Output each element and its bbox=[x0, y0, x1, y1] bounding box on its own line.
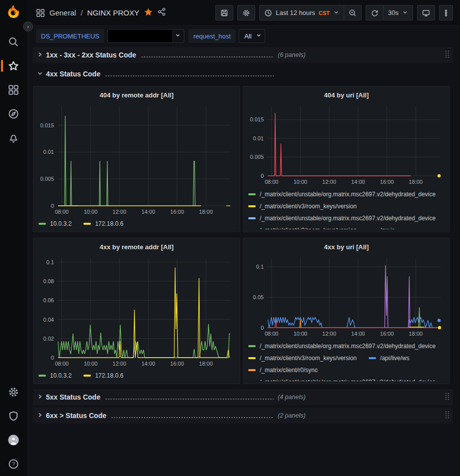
legend-item[interactable]: 172.18.0.6 bbox=[83, 372, 123, 379]
sidebar-item-profile[interactable] bbox=[0, 428, 27, 452]
legend-item[interactable]: /_matrix/client/unstable/org.matrix.msc2… bbox=[248, 343, 436, 350]
legend-item[interactable]: /api/live/ws bbox=[369, 355, 410, 362]
legend-label: 10.0.3.2 bbox=[50, 220, 71, 227]
row-title: 6xx > Status Code bbox=[46, 412, 106, 420]
legend-label: /sw.js bbox=[380, 227, 395, 229]
row-5xx[interactable]: 5xx Status Code (4 panels) bbox=[33, 389, 453, 405]
zoom-out-button[interactable] bbox=[344, 5, 362, 20]
grafana-logo-icon[interactable] bbox=[5, 4, 22, 21]
chart-legend: 10.0.3.2172.18.0.6 bbox=[38, 368, 235, 381]
redacted-value bbox=[108, 29, 172, 42]
svg-text:08:00: 08:00 bbox=[55, 361, 69, 367]
help-icon: ? bbox=[8, 459, 19, 470]
legend-item[interactable]: 10.0.3.2 bbox=[38, 372, 71, 379]
legend-label: 172.18.0.6 bbox=[95, 220, 123, 227]
variable-label[interactable]: request_host bbox=[188, 29, 236, 43]
svg-text:18:00: 18:00 bbox=[199, 361, 213, 367]
svg-text:16:00: 16:00 bbox=[380, 331, 394, 337]
svg-text:0: 0 bbox=[261, 325, 264, 331]
dotted-leader bbox=[141, 55, 274, 58]
sidebar-item-alerting[interactable] bbox=[0, 126, 27, 150]
refresh-interval-picker[interactable]: 30s bbox=[384, 5, 413, 20]
save-dashboard-button[interactable] bbox=[215, 5, 233, 20]
panel-title-bar[interactable]: 404 by uri [All] bbox=[248, 88, 445, 101]
breadcrumb-folder[interactable]: General bbox=[49, 8, 76, 17]
refresh-button[interactable] bbox=[366, 5, 384, 20]
sidebar-item-starred[interactable] bbox=[0, 54, 27, 78]
gear-icon bbox=[8, 387, 19, 398]
legend-item[interactable]: /_matrix/client/unstable/org.matrix.msc2… bbox=[248, 215, 436, 222]
svg-text:14:00: 14:00 bbox=[141, 361, 155, 367]
legend-item[interactable]: /_matrix/client/unstable/org.matrix.msc2… bbox=[248, 379, 436, 381]
legend-row: /_matrix/client/unstable/org.matrix.msc2… bbox=[248, 376, 445, 381]
more-options-button[interactable] bbox=[439, 5, 453, 20]
sidebar-item-search[interactable] bbox=[0, 30, 27, 54]
legend-item[interactable]: /_matrix/client/r0/sync bbox=[248, 367, 318, 374]
svg-text:0: 0 bbox=[51, 355, 54, 361]
chart-legend: /_matrix/client/unstable/org.matrix.msc2… bbox=[248, 338, 445, 381]
timeseries-chart[interactable]: 08:0010:0012:0014:0016:0018:0000.0050.01… bbox=[38, 101, 235, 216]
variable-label[interactable]: DS_PROMETHEUS bbox=[36, 29, 104, 43]
navbar: General / NGINX PROXY bbox=[27, 0, 460, 26]
legend-item[interactable]: 10.0.3.2 bbox=[38, 220, 71, 227]
breadcrumb: General / NGINX PROXY bbox=[36, 7, 215, 18]
chart-legend: 10.0.3.2172.18.0.6 bbox=[38, 216, 235, 229]
legend-item[interactable]: /_matrix/client/v3/room_keys/version bbox=[248, 203, 357, 210]
svg-text:0.02: 0.02 bbox=[43, 336, 54, 342]
zoom-out-icon bbox=[349, 9, 357, 17]
row-6xx[interactable]: 6xx > Status Code (2 panels) bbox=[33, 408, 453, 424]
drag-handle-icon[interactable] bbox=[445, 392, 450, 403]
svg-text:0.1: 0.1 bbox=[256, 264, 264, 270]
sidebar-item-dashboards[interactable] bbox=[0, 78, 27, 102]
panel-404-by-uri: 404 by uri [All] 08:0010:0012:0014:0016:… bbox=[243, 86, 450, 232]
legend-row: /_matrix/client/unstable/org.matrix.msc2… bbox=[248, 340, 445, 352]
sidebar-item-configuration[interactable] bbox=[0, 380, 27, 404]
panel-title-bar[interactable]: 404 by remote addr [All] bbox=[38, 88, 235, 101]
timeseries-chart[interactable]: 08:0010:0012:0014:0016:0018:0000.050.1 bbox=[248, 253, 445, 338]
timeseries-chart[interactable]: 08:0010:0012:0014:0016:0018:0000.020.040… bbox=[38, 253, 235, 368]
svg-text:0.01: 0.01 bbox=[253, 135, 264, 141]
panel-title-bar[interactable]: 4xx by remote addr [All] bbox=[38, 240, 235, 253]
favorite-star-icon[interactable] bbox=[144, 7, 153, 18]
legend-color-swatch bbox=[83, 223, 91, 225]
drag-handle-icon[interactable] bbox=[445, 411, 450, 421]
dotted-leader bbox=[105, 74, 274, 77]
variable-value-select[interactable] bbox=[107, 29, 184, 43]
variable-value-select[interactable]: All bbox=[239, 29, 265, 43]
svg-text:0.015: 0.015 bbox=[40, 122, 54, 128]
svg-text:10:00: 10:00 bbox=[84, 361, 98, 367]
drag-handle-icon[interactable] bbox=[445, 50, 450, 60]
share-icon[interactable] bbox=[157, 7, 166, 18]
legend-item[interactable]: /_matrix/client/v3/room_keys/version bbox=[248, 227, 357, 229]
sidebar-item-help[interactable]: ? bbox=[0, 452, 27, 476]
timeseries-chart[interactable]: 08:0010:0012:0014:0016:0018:0000.0050.01… bbox=[248, 101, 445, 186]
panel-title: 4xx by remote addr [All] bbox=[99, 243, 173, 251]
row-1xx-3xx-2xx[interactable]: 1xx - 3xx - 2xx Status Code (6 panels) bbox=[33, 47, 453, 63]
legend-item[interactable]: /_matrix/client/unstable/org.matrix.msc2… bbox=[248, 191, 436, 198]
legend-label: /_matrix/client/unstable/org.matrix.msc2… bbox=[260, 379, 436, 381]
legend-item[interactable]: /_matrix/client/v3/room_keys/version bbox=[248, 355, 357, 362]
apps-grid-icon[interactable] bbox=[36, 8, 45, 17]
kebab-menu-icon bbox=[442, 9, 450, 17]
row-header: 6xx > Status Code bbox=[37, 411, 278, 420]
dashboard-settings-button[interactable] bbox=[237, 5, 255, 20]
svg-text:0.01: 0.01 bbox=[43, 149, 54, 155]
legend-item[interactable]: 172.18.0.6 bbox=[83, 220, 123, 227]
legend-label: /_matrix/client/unstable/org.matrix.msc2… bbox=[260, 343, 436, 350]
legend-item[interactable]: /sw.js bbox=[369, 227, 395, 229]
legend-label: /_matrix/client/v3/room_keys/version bbox=[260, 355, 357, 362]
time-range-picker[interactable]: Last 12 hours CST bbox=[259, 5, 344, 20]
legend-row: /_matrix/client/r0/sync bbox=[248, 364, 445, 376]
sidebar-item-server-admin[interactable] bbox=[0, 404, 27, 428]
svg-text:0.005: 0.005 bbox=[40, 176, 54, 182]
main-area: General / NGINX PROXY bbox=[27, 0, 460, 476]
panel-title-bar[interactable]: 4xx by uri [All] bbox=[248, 240, 445, 253]
legend-row: 10.0.3.2172.18.0.6 bbox=[38, 370, 235, 381]
row-panel-count: (2 panels) bbox=[278, 412, 306, 419]
sidebar-expand-button[interactable]: › bbox=[23, 21, 33, 31]
legend-color-swatch bbox=[248, 193, 256, 195]
row-4xx[interactable]: 4xx Status Code bbox=[33, 66, 453, 82]
sidebar-item-explore[interactable] bbox=[0, 102, 27, 126]
cycle-view-button[interactable] bbox=[417, 5, 435, 20]
svg-text:08:00: 08:00 bbox=[265, 331, 279, 337]
